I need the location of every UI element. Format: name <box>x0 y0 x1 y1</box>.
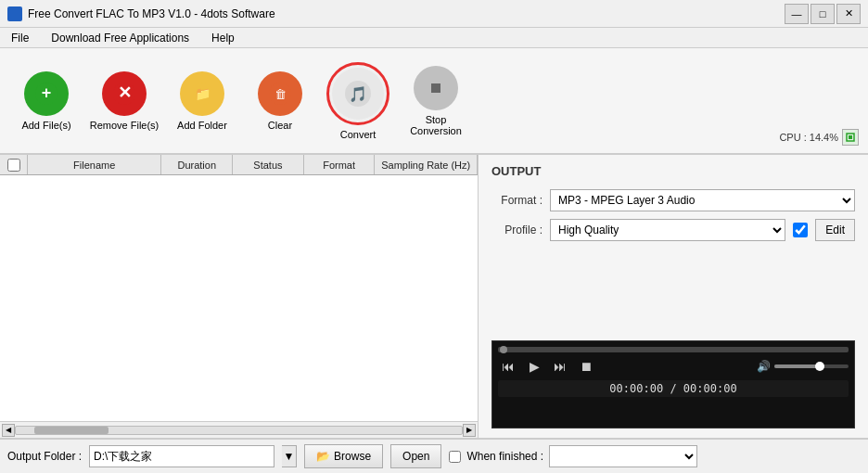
col-duration-header: Duration <box>161 155 233 174</box>
clear-button[interactable]: 🗑 Clear <box>243 57 317 145</box>
add-files-button[interactable]: + Add File(s) <box>9 57 83 145</box>
browse-button[interactable]: 📂 Browse <box>304 444 383 468</box>
seek-thumb[interactable] <box>500 346 507 353</box>
stop-icon <box>414 66 458 110</box>
open-button[interactable]: Open <box>390 444 441 468</box>
add-files-icon: + <box>24 71 69 116</box>
right-panel: OUTPUT Format : MP3 - MPEG Layer 3 Audio… <box>479 155 868 438</box>
output-title: OUTPUT <box>491 164 855 178</box>
browse-label: Browse <box>334 450 371 463</box>
title-controls: — □ ✕ <box>785 4 861 24</box>
remove-files-button[interactable]: ✕ Remove File(s) <box>87 57 161 145</box>
svg-text:+: + <box>42 83 52 102</box>
remove-files-label: Remove File(s) <box>90 120 160 131</box>
volume-area: 🔊 <box>757 360 849 373</box>
clear-label: Clear <box>268 120 292 131</box>
profile-row: Profile : High QualityStandard QualityLo… <box>491 219 855 241</box>
file-list-body <box>0 175 478 421</box>
stop-label: Stop Conversion <box>399 114 473 136</box>
cpu-label: CPU : 14.4% <box>779 132 838 143</box>
volume-slider[interactable] <box>774 364 849 368</box>
menu-file[interactable]: File <box>4 30 36 46</box>
stop-conversion-button[interactable]: Stop Conversion <box>399 57 473 145</box>
add-folder-label: Add Folder <box>177 120 227 131</box>
scroll-right-arrow[interactable]: ▶ <box>463 424 476 437</box>
profile-label: Profile : <box>491 224 542 236</box>
select-all-checkbox[interactable] <box>7 159 20 172</box>
menu-download[interactable]: Download Free Applications <box>44 30 197 46</box>
col-sampling-header: Sampling Rate (Hz) <box>375 155 478 174</box>
svg-text:🎵: 🎵 <box>349 85 367 103</box>
close-button[interactable]: ✕ <box>836 4 861 24</box>
title-left: Free Convert FLAC To MP3 V1.0 - 4dots So… <box>7 6 275 21</box>
when-finished-checkbox[interactable] <box>449 451 461 463</box>
volume-icon: 🔊 <box>757 360 771 373</box>
app-icon <box>7 6 22 21</box>
svg-rect-11 <box>431 83 440 93</box>
cpu-icon <box>842 129 859 146</box>
time-display: 00:00:00 / 00:00:00 <box>498 380 849 397</box>
format-row: Format : MP3 - MPEG Layer 3 AudioAACOGGW… <box>491 189 855 211</box>
svg-text:🗑: 🗑 <box>274 87 287 101</box>
cpu-indicator: CPU : 14.4% <box>779 129 859 146</box>
player-controls: ⏮ ▶ ⏭ ⏹ 🔊 <box>498 356 849 377</box>
add-folder-button[interactable]: 📁 Add Folder <box>165 57 239 145</box>
format-select[interactable]: MP3 - MPEG Layer 3 AudioAACOGGWAVFLAC <box>550 189 855 211</box>
browse-folder-icon: 📂 <box>316 450 330 463</box>
maximize-button[interactable]: □ <box>811 4 835 24</box>
col-status-header: Status <box>233 155 304 174</box>
prev-button[interactable]: ⏮ <box>498 356 518 377</box>
toolbar: + Add File(s) ✕ Remove File(s) 📁 Add Fol… <box>0 48 868 155</box>
output-path-dropdown[interactable]: ▼ <box>282 445 297 467</box>
scrollbar-thumb[interactable] <box>34 427 108 434</box>
convert-label: Convert <box>340 129 377 140</box>
menu-bar: File Download Free Applications Help <box>0 28 868 48</box>
convert-ring: 🎵 <box>326 62 389 125</box>
profile-checkbox[interactable] <box>793 223 808 237</box>
svg-text:📁: 📁 <box>195 86 211 102</box>
add-files-label: Add File(s) <box>21 120 70 131</box>
horizontal-scrollbar[interactable]: ◀ ▶ <box>0 421 478 438</box>
svg-rect-13 <box>849 135 852 139</box>
menu-help[interactable]: Help <box>204 30 242 46</box>
profile-select[interactable]: High QualityStandard QualityLow Quality <box>550 219 785 241</box>
svg-text:✕: ✕ <box>118 83 132 102</box>
title-bar: Free Convert FLAC To MP3 V1.0 - 4dots So… <box>0 0 868 28</box>
scrollbar-track[interactable] <box>15 426 463 435</box>
table-header: Filename Duration Status Format Sampling… <box>0 155 478 175</box>
bottom-bar: Output Folder : ▼ 📂 Browse Open When fin… <box>0 438 868 473</box>
main-content: Filename Duration Status Format Sampling… <box>0 155 868 438</box>
play-button[interactable]: ▶ <box>524 356 544 377</box>
media-player: ⏮ ▶ ⏭ ⏹ 🔊 00:00:00 / 00:00:00 <box>491 340 855 428</box>
add-folder-icon: 📁 <box>180 71 224 116</box>
col-filename-header: Filename <box>28 155 161 174</box>
col-format-header: Format <box>304 155 376 174</box>
when-finished-select[interactable] <box>549 445 697 467</box>
minimize-button[interactable]: — <box>785 4 809 24</box>
file-list-empty <box>0 175 478 421</box>
when-finished-label: When finished : <box>466 450 543 463</box>
output-folder-label: Output Folder : <box>7 450 82 463</box>
col-check <box>0 155 28 174</box>
output-path-input[interactable] <box>89 445 274 467</box>
when-finished-area: When finished : <box>449 445 697 467</box>
remove-files-icon: ✕ <box>102 71 147 116</box>
convert-icon: 🎵 <box>332 68 384 120</box>
left-panel: Filename Duration Status Format Sampling… <box>0 155 479 438</box>
scroll-left-arrow[interactable]: ◀ <box>2 424 15 437</box>
edit-button[interactable]: Edit <box>815 219 855 241</box>
clear-icon: 🗑 <box>258 71 302 116</box>
stop-player-button[interactable]: ⏹ <box>576 356 596 377</box>
volume-thumb[interactable] <box>815 362 824 371</box>
window-title: Free Convert FLAC To MP3 V1.0 - 4dots So… <box>28 7 275 20</box>
format-label: Format : <box>491 194 542 207</box>
seek-bar[interactable] <box>498 347 849 352</box>
next-button[interactable]: ⏭ <box>550 356 570 377</box>
volume-fill <box>774 364 819 368</box>
convert-button[interactable]: 🎵 Convert <box>321 57 395 145</box>
